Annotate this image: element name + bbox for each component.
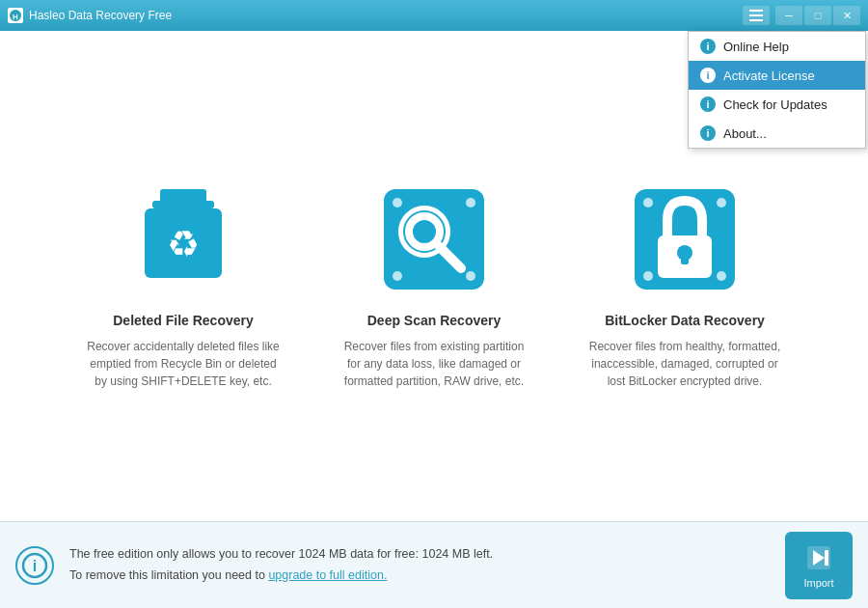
svg-rect-31 xyxy=(825,550,828,566)
app-title: Hasleo Data Recovery Free xyxy=(29,9,172,22)
menu-button[interactable] xyxy=(743,6,770,25)
deleted-file-desc: Recover accidentally deleted files like … xyxy=(87,338,280,390)
svg-text:i: i xyxy=(33,558,37,574)
bitlocker-title: BitLocker Data Recovery xyxy=(605,313,765,328)
deleted-file-title: Deleted File Recovery xyxy=(113,313,254,328)
maximize-button[interactable]: □ xyxy=(804,6,831,25)
upgrade-link[interactable]: upgrade to full edition. xyxy=(268,568,387,582)
deep-scan-title: Deep Scan Recovery xyxy=(367,313,502,328)
bitlocker-desc: Recover files from healthy, formatted, i… xyxy=(588,338,781,390)
bottombar: i The free edition only allows you to re… xyxy=(0,521,868,608)
deep-scan-desc: Recover files from existing partition fo… xyxy=(338,338,530,390)
online-help-icon: i xyxy=(700,39,716,54)
activate-license-icon: i xyxy=(700,68,716,83)
svg-point-20 xyxy=(643,198,653,207)
deleted-file-icon: ♻ xyxy=(125,181,241,297)
svg-point-22 xyxy=(643,271,653,281)
menu-item-check-updates[interactable]: i Check for Updates xyxy=(689,90,865,119)
about-icon: i xyxy=(700,125,716,141)
deep-scan-icon xyxy=(376,181,492,297)
titlebar: H Hasleo Data Recovery Free ─ □ ✕ xyxy=(0,0,868,31)
card-deep-scan[interactable]: Deep Scan Recovery Recover files from ex… xyxy=(338,181,530,390)
close-button[interactable]: ✕ xyxy=(833,6,860,25)
bottom-info-text: The free edition only allows you to reco… xyxy=(69,544,770,586)
check-updates-icon: i xyxy=(700,97,716,112)
svg-point-23 xyxy=(717,271,726,281)
svg-rect-7 xyxy=(168,189,199,194)
svg-rect-26 xyxy=(681,253,689,264)
svg-text:H: H xyxy=(13,13,18,21)
info-line1: The free edition only allows you to reco… xyxy=(69,544,770,565)
online-help-label: Online Help xyxy=(723,40,789,54)
bitlocker-icon xyxy=(627,181,743,297)
svg-rect-3 xyxy=(749,14,763,16)
svg-point-11 xyxy=(393,198,402,207)
minimize-button[interactable]: ─ xyxy=(775,6,802,25)
svg-rect-4 xyxy=(749,19,763,21)
svg-point-21 xyxy=(717,198,726,207)
import-label: Import xyxy=(803,577,833,589)
dropdown-menu: i Online Help i Activate License i Check… xyxy=(688,31,866,149)
app-icon: H xyxy=(8,8,23,23)
info-line2: To remove this limitation you need to up… xyxy=(69,566,770,586)
window-controls: ─ □ ✕ xyxy=(743,6,860,25)
svg-point-14 xyxy=(466,271,475,281)
menu-item-activate-license[interactable]: i Activate License xyxy=(689,61,865,90)
about-label: About... xyxy=(723,126,767,141)
import-button[interactable]: Import xyxy=(785,532,853,599)
info-icon: i xyxy=(15,546,54,585)
card-bitlocker[interactable]: BitLocker Data Recovery Recover files fr… xyxy=(588,181,781,390)
svg-rect-2 xyxy=(749,10,763,12)
titlebar-left: H Hasleo Data Recovery Free xyxy=(8,8,172,23)
check-updates-label: Check for Updates xyxy=(723,97,827,112)
menu-item-about[interactable]: i About... xyxy=(689,119,865,148)
activate-license-label: Activate License xyxy=(723,69,815,83)
cards-container: ♻ Deleted File Recovery Recover accident… xyxy=(87,181,781,390)
card-deleted-file[interactable]: ♻ Deleted File Recovery Recover accident… xyxy=(87,181,280,390)
menu-item-online-help[interactable]: i Online Help xyxy=(689,32,865,61)
svg-point-12 xyxy=(466,198,475,207)
svg-text:♻: ♻ xyxy=(167,224,200,264)
svg-point-13 xyxy=(393,271,402,281)
